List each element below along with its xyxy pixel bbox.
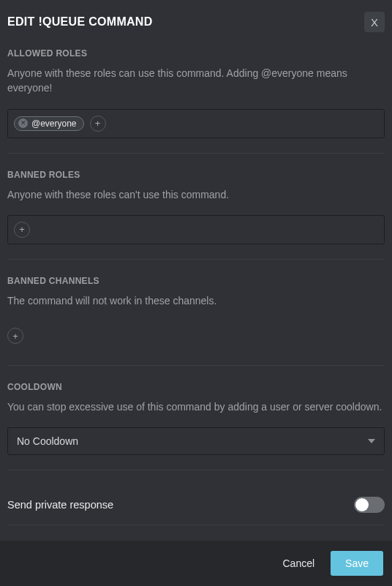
- banned-channels-section: BANNED CHANNELS The command will not wor…: [7, 276, 385, 366]
- cooldown-select[interactable]: No Cooldown: [7, 427, 385, 455]
- modal-content: EDIT !QUEUE COMMAND X ALLOWED ROLES Anyo…: [0, 0, 392, 541]
- add-banned-channel-button[interactable]: +: [7, 328, 23, 344]
- close-button[interactable]: X: [364, 12, 385, 32]
- banned-roles-label: BANNED ROLES: [7, 170, 385, 180]
- cooldown-label: COOLDOWN: [7, 382, 385, 392]
- role-chip-label: @everyone: [31, 119, 77, 129]
- banned-roles-input[interactable]: +: [7, 215, 385, 244]
- remove-role-icon[interactable]: ✕: [18, 119, 28, 128]
- banned-roles-desc: Anyone with these roles can't use this c…: [7, 187, 385, 202]
- role-chip-everyone[interactable]: ✕ @everyone: [14, 116, 84, 131]
- cancel-button[interactable]: Cancel: [272, 551, 325, 576]
- banned-channels-input[interactable]: +: [7, 321, 385, 350]
- plus-icon: +: [95, 119, 101, 128]
- modal-header: EDIT !QUEUE COMMAND X: [7, 7, 385, 32]
- allowed-roles-section: ALLOWED ROLES Anyone with these roles ca…: [7, 48, 385, 154]
- close-icon: X: [371, 16, 378, 29]
- edit-command-modal: EDIT !QUEUE COMMAND X ALLOWED ROLES Anyo…: [0, 0, 392, 586]
- add-banned-role-button[interactable]: +: [14, 222, 30, 238]
- allowed-roles-desc: Anyone with these roles can use this com…: [7, 66, 385, 96]
- allowed-roles-input[interactable]: ✕ @everyone +: [7, 109, 385, 138]
- private-response-section: Send private response: [7, 487, 385, 525]
- modal-title: EDIT !QUEUE COMMAND: [7, 15, 153, 29]
- private-response-toggle[interactable]: [354, 497, 385, 513]
- allowed-roles-label: ALLOWED ROLES: [7, 48, 385, 59]
- toggle-knob: [355, 498, 369, 511]
- cooldown-desc: You can stop excessive use of this comma…: [7, 399, 385, 414]
- cooldown-section: COOLDOWN You can stop excessive use of t…: [7, 382, 385, 470]
- modal-footer: Cancel Save: [0, 541, 392, 586]
- plus-icon: +: [19, 225, 25, 234]
- chevron-down-icon: [368, 439, 375, 443]
- banned-channels-desc: The command will not work in these chann…: [7, 293, 385, 308]
- banned-roles-section: BANNED ROLES Anyone with these roles can…: [7, 170, 385, 260]
- private-response-label: Send private response: [7, 499, 113, 511]
- banned-channels-label: BANNED CHANNELS: [7, 276, 385, 286]
- save-button[interactable]: Save: [331, 551, 383, 576]
- cooldown-selected-value: No Cooldown: [17, 435, 78, 447]
- add-allowed-role-button[interactable]: +: [90, 116, 106, 132]
- plus-icon: +: [12, 331, 18, 341]
